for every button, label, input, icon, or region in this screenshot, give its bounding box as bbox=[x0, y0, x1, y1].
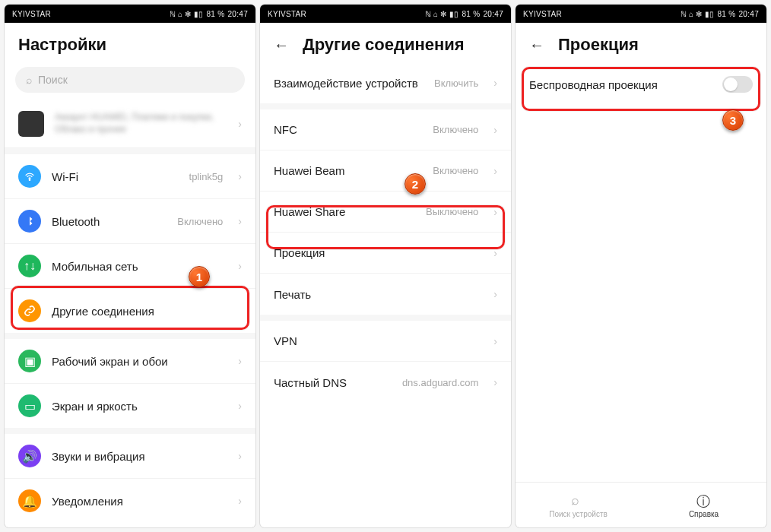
row-print[interactable]: Печать › bbox=[260, 274, 511, 315]
row-label: Bluetooth bbox=[52, 215, 167, 228]
header: ← Проекция bbox=[516, 23, 766, 62]
sound-icon: 🔊 bbox=[18, 445, 41, 467]
row-sound[interactable]: 🔊 Звуки и вибрация › bbox=[5, 434, 255, 479]
row-mobile[interactable]: ↑↓ Мобильная сеть › bbox=[5, 244, 255, 289]
row-wireless-projection[interactable]: Беспроводная проекция bbox=[516, 62, 766, 103]
statusbar: KYIVSTAR ℕ ⌂ ✻ ▮▯ 81 % 20:47 bbox=[260, 5, 511, 23]
bottom-help[interactable]: ⓘ Справка bbox=[641, 483, 766, 527]
row-label: Звуки и вибрация bbox=[52, 450, 227, 463]
clock: 20:47 bbox=[738, 10, 759, 18]
row-label: Частный DNS bbox=[274, 376, 392, 389]
chevron-right-icon: › bbox=[493, 376, 497, 388]
row-display[interactable]: ▭ Экран и яркость › bbox=[5, 384, 255, 428]
avatar-icon bbox=[18, 111, 44, 137]
bluetooth-icon bbox=[18, 210, 41, 233]
statusbar: KYIVSTAR ℕ ⌂ ✻ ▮▯ 81 % 20:47 bbox=[516, 5, 766, 23]
row-label: Взаимодействие устройств bbox=[274, 77, 424, 90]
row-label: NFC bbox=[274, 123, 422, 136]
row-label: Беспроводная проекция bbox=[529, 78, 712, 91]
row-notifications[interactable]: 🔔 Уведомления › bbox=[5, 479, 255, 523]
header: Настройки bbox=[5, 23, 255, 62]
account-sub: Аккаунт HUAWEI, Платежи и покупки, Облак… bbox=[55, 112, 227, 135]
chevron-right-icon: › bbox=[238, 215, 242, 227]
chevron-right-icon: › bbox=[238, 450, 242, 462]
row-label: Печать bbox=[274, 288, 483, 301]
status-right: ℕ ⌂ ✻ ▮▯ 81 % 20:47 bbox=[681, 10, 759, 18]
svg-point-0 bbox=[29, 179, 30, 180]
row-label: Huawei Share bbox=[274, 205, 415, 218]
row-label: Другие соединения bbox=[52, 305, 242, 318]
header: ← Другие соединения bbox=[260, 23, 511, 62]
status-right: ℕ ⌂ ✻ ▮▯ 81 % 20:47 bbox=[425, 10, 503, 18]
back-arrow-icon[interactable]: ← bbox=[274, 36, 289, 54]
projection-content: Беспроводная проекция bbox=[516, 62, 766, 482]
link-icon bbox=[18, 299, 41, 322]
battery: 81 % bbox=[717, 10, 735, 18]
status-icons: ℕ ⌂ ✻ ▮▯ bbox=[425, 10, 459, 18]
row-value: Выключено bbox=[426, 206, 478, 217]
search-icon: ⌕ bbox=[26, 74, 32, 86]
panel-projection: KYIVSTAR ℕ ⌂ ✻ ▮▯ 81 % 20:47 ← Проекция … bbox=[516, 5, 766, 527]
row-label: Мобильная сеть bbox=[52, 260, 227, 273]
row-value: tplink5g bbox=[189, 171, 224, 182]
carrier: KYIVSTAR bbox=[523, 10, 562, 18]
back-arrow-icon[interactable]: ← bbox=[529, 36, 544, 54]
row-other-connections[interactable]: Другие соединения bbox=[5, 289, 255, 333]
wireless-projection-toggle[interactable] bbox=[722, 76, 753, 93]
settings-list: Аккаунт HUAWEI, Платежи и покупки, Облак… bbox=[5, 100, 255, 527]
chevron-right-icon: › bbox=[493, 288, 497, 300]
status-right: ℕ ⌂ ✻ ▮▯ 81 % 20:47 bbox=[170, 10, 248, 18]
search-input[interactable]: ⌕ Поиск bbox=[15, 67, 245, 93]
row-projection[interactable]: Проекция › bbox=[260, 233, 511, 274]
chevron-right-icon: › bbox=[493, 206, 497, 218]
row-huawei-beam[interactable]: Huawei Beam Включено › bbox=[260, 150, 511, 192]
row-label: Wi-Fi bbox=[52, 170, 179, 183]
battery: 81 % bbox=[462, 10, 480, 18]
search-icon: ⌕ bbox=[571, 492, 586, 508]
row-value: Включить bbox=[434, 78, 478, 89]
chevron-right-icon: › bbox=[493, 77, 497, 89]
page-title: Другие соединения bbox=[303, 35, 465, 55]
clock: 20:47 bbox=[483, 10, 503, 18]
bottom-search-devices[interactable]: ⌕ Поиск устройств bbox=[516, 483, 641, 527]
chevron-right-icon: › bbox=[493, 335, 497, 347]
connections-list: Взаимодействие устройств Включить › NFC … bbox=[260, 62, 511, 527]
wallpaper-icon: ▣ bbox=[18, 350, 41, 372]
row-label: VPN bbox=[274, 334, 483, 347]
row-nfc[interactable]: NFC Включено › bbox=[260, 109, 511, 150]
row-bluetooth[interactable]: Bluetooth Включено › bbox=[5, 199, 255, 244]
search-placeholder: Поиск bbox=[38, 74, 68, 86]
display-icon: ▭ bbox=[18, 394, 41, 417]
row-value: dns.adguard.com bbox=[402, 377, 478, 388]
row-label: Проекция bbox=[274, 246, 483, 259]
chevron-right-icon: › bbox=[238, 400, 242, 412]
row-vpn[interactable]: VPN › bbox=[260, 321, 511, 362]
row-value: Включено bbox=[433, 124, 478, 135]
chevron-right-icon: › bbox=[493, 124, 497, 136]
row-private-dns[interactable]: Частный DNS dns.adguard.com › bbox=[260, 362, 511, 403]
chevron-right-icon: › bbox=[493, 165, 497, 177]
panel-other-connections: KYIVSTAR ℕ ⌂ ✻ ▮▯ 81 % 20:47 ← Другие со… bbox=[260, 5, 511, 527]
account-row[interactable]: Аккаунт HUAWEI, Платежи и покупки, Облак… bbox=[5, 100, 255, 148]
row-value: Включено bbox=[177, 216, 223, 227]
row-value: Включено bbox=[433, 165, 478, 176]
bottombar: ⌕ Поиск устройств ⓘ Справка bbox=[516, 482, 766, 527]
bottom-label: Справка bbox=[689, 510, 719, 518]
status-icons: ℕ ⌂ ✻ ▮▯ bbox=[681, 10, 715, 18]
chevron-right-icon: › bbox=[238, 355, 242, 367]
row-device-interaction[interactable]: Взаимодействие устройств Включить › bbox=[260, 62, 511, 103]
bell-icon: 🔔 bbox=[18, 489, 41, 512]
chevron-right-icon: › bbox=[238, 495, 242, 507]
page-title: Проекция bbox=[558, 35, 639, 55]
row-label: Уведомления bbox=[52, 495, 227, 508]
row-huawei-share[interactable]: Huawei Share Выключено › bbox=[260, 192, 511, 233]
mobile-icon: ↑↓ bbox=[18, 255, 41, 277]
row-label: Экран и яркость bbox=[52, 400, 227, 413]
row-wifi[interactable]: Wi-Fi tplink5g › bbox=[5, 154, 255, 199]
status-icons: ℕ ⌂ ✻ ▮▯ bbox=[170, 10, 204, 18]
carrier: KYIVSTAR bbox=[12, 10, 51, 18]
bottom-label: Поиск устройств bbox=[549, 510, 608, 518]
carrier: KYIVSTAR bbox=[268, 10, 306, 18]
chevron-right-icon: › bbox=[238, 118, 242, 130]
row-wallpaper[interactable]: ▣ Рабочий экран и обои › bbox=[5, 339, 255, 384]
